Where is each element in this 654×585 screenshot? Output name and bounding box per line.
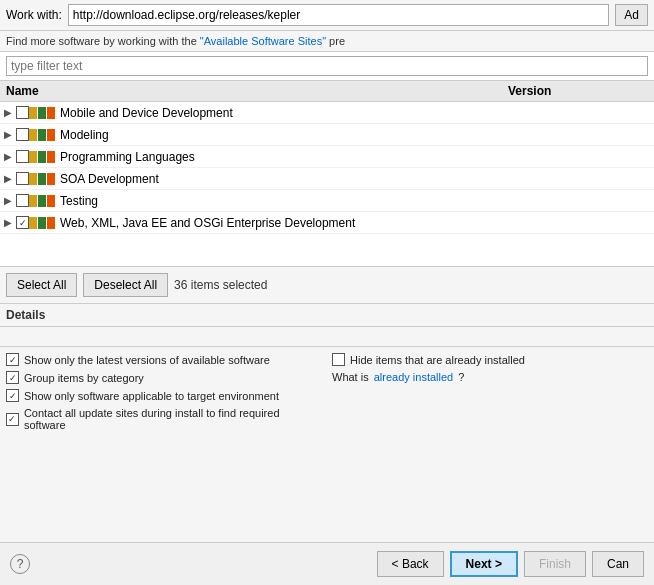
table-row: ▶ SOA Development (0, 168, 654, 190)
option-checkbox-hide[interactable] (332, 353, 345, 366)
info-text-before: Find more software by working with the (6, 35, 200, 47)
row-label-3: SOA Development (60, 172, 650, 186)
actions-bar: Select All Deselect All 36 items selecte… (0, 267, 654, 304)
option-label-whatis-suffix: ? (458, 371, 464, 383)
row-label-4: Testing (60, 194, 650, 208)
info-bar: Find more software by working with the "… (0, 31, 654, 52)
option-row-0: ✓ Show only the latest versions of avail… (6, 353, 322, 366)
row-icon-4 (29, 195, 55, 207)
row-checkbox-5[interactable]: ✓ (16, 216, 29, 229)
row-icon-5 (29, 217, 55, 229)
option-label-1: Group items by category (24, 372, 144, 384)
option-checkbox-3[interactable]: ✓ (6, 413, 19, 426)
table-row: ▶ ✓ Web, XML, Java EE and OSGi Enterpris… (0, 212, 654, 234)
expand-icon-2[interactable]: ▶ (4, 151, 16, 162)
options-right: Hide items that are already installed Wh… (332, 353, 648, 431)
option-label-whatis-prefix: What is (332, 371, 369, 383)
table-row: ▶ Modeling (0, 124, 654, 146)
expand-icon-1[interactable]: ▶ (4, 129, 16, 140)
option-row-whatis: What is already installed ? (332, 371, 648, 383)
deselect-all-button[interactable]: Deselect All (83, 273, 168, 297)
main-window: Work with: Ad Find more software by work… (0, 0, 654, 585)
option-label-hide: Hide items that are already installed (350, 354, 525, 366)
items-selected-label: 36 items selected (174, 278, 267, 292)
options-left: ✓ Show only the latest versions of avail… (6, 353, 322, 431)
row-label-0: Mobile and Device Development (60, 106, 650, 120)
filter-bar (0, 52, 654, 81)
expand-icon-3[interactable]: ▶ (4, 173, 16, 184)
option-label-2: Show only software applicable to target … (24, 390, 279, 402)
options-grid: ✓ Show only the latest versions of avail… (6, 353, 648, 431)
option-checkbox-2[interactable]: ✓ (6, 389, 19, 402)
table-row: ▶ Mobile and Device Development (0, 102, 654, 124)
work-with-input[interactable] (68, 4, 610, 26)
row-label-5: Web, XML, Java EE and OSGi Enterprise De… (60, 216, 650, 230)
expand-icon-5[interactable]: ▶ (4, 217, 16, 228)
option-row-3: ✓ Contact all update sites during instal… (6, 407, 322, 431)
expand-icon-0[interactable]: ▶ (4, 107, 16, 118)
next-button[interactable]: Next > (450, 551, 518, 577)
expand-icon-4[interactable]: ▶ (4, 195, 16, 206)
table-row: ▶ Testing (0, 190, 654, 212)
filter-input[interactable] (6, 56, 648, 76)
bottom-bar: ? < Back Next > Finish Can (0, 542, 654, 585)
row-checkbox-0[interactable] (16, 106, 29, 119)
nav-buttons: < Back Next > Finish Can (377, 551, 644, 577)
row-checkbox-4[interactable] (16, 194, 29, 207)
row-checkbox-2[interactable] (16, 150, 29, 163)
option-checkbox-0[interactable]: ✓ (6, 353, 19, 366)
help-icon[interactable]: ? (10, 554, 30, 574)
add-button[interactable]: Ad (615, 4, 648, 26)
already-installed-link[interactable]: already installed (374, 371, 454, 383)
work-with-bar: Work with: Ad (0, 0, 654, 31)
details-label: Details (6, 308, 45, 322)
details-content (0, 327, 654, 347)
option-label-3: Contact all update sites during install … (24, 407, 322, 431)
info-text-after: pre (326, 35, 345, 47)
row-icon-3 (29, 173, 55, 185)
back-button[interactable]: < Back (377, 551, 444, 577)
col-name-header: Name (6, 84, 508, 98)
row-icon-1 (29, 129, 55, 141)
option-row-hide: Hide items that are already installed (332, 353, 648, 366)
option-row-1: ✓ Group items by category (6, 371, 322, 384)
table-body: ▶ Mobile and Device Development ▶ Modeli… (0, 102, 654, 267)
col-version-header: Version (508, 84, 648, 98)
table-header: Name Version (0, 81, 654, 102)
option-label-0: Show only the latest versions of availab… (24, 354, 270, 366)
cancel-button[interactable]: Can (592, 551, 644, 577)
row-label-1: Modeling (60, 128, 650, 142)
finish-button[interactable]: Finish (524, 551, 586, 577)
select-all-button[interactable]: Select All (6, 273, 77, 297)
work-with-label: Work with: (6, 8, 62, 22)
details-section: Details (0, 304, 654, 327)
table-row: ▶ Programming Languages (0, 146, 654, 168)
row-checkbox-1[interactable] (16, 128, 29, 141)
row-icon-2 (29, 151, 55, 163)
row-icon-0 (29, 107, 55, 119)
row-checkbox-3[interactable] (16, 172, 29, 185)
option-row-2: ✓ Show only software applicable to targe… (6, 389, 322, 402)
option-checkbox-1[interactable]: ✓ (6, 371, 19, 384)
row-label-2: Programming Languages (60, 150, 650, 164)
available-software-sites-link[interactable]: "Available Software Sites" (200, 35, 326, 47)
